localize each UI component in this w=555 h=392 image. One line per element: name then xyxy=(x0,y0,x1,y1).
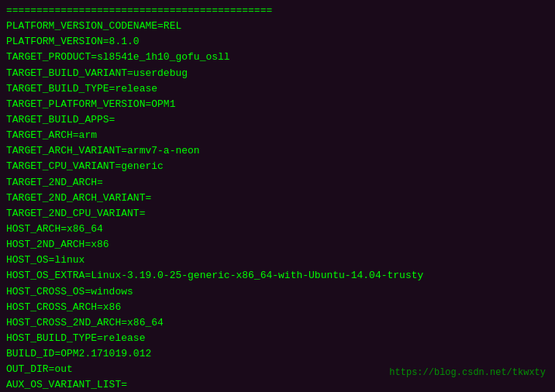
terminal-line: TARGET_CPU_VARIANT=generic xyxy=(6,159,549,174)
terminal-line: TARGET_2ND_ARCH_VARIANT= xyxy=(6,191,549,206)
terminal-line: HOST_OS=linux xyxy=(6,253,549,268)
terminal-line: HOST_ARCH=x86_64 xyxy=(6,222,549,237)
terminal-line: TARGET_PRODUCT=sl8541e_1h10_gofu_osll xyxy=(6,50,549,65)
terminal-line: PLATFORM_VERSION=8.1.0 xyxy=(6,34,549,50)
terminal-line: HOST_OS_EXTRA=Linux-3.19.0-25-generic-x8… xyxy=(6,268,549,284)
terminal-line: TARGET_ARCH=arm xyxy=(6,128,549,143)
terminal-line: AUX_OS_VARIANT_LIST= xyxy=(6,377,549,392)
watermark: https://blog.csdn.net/tkwxty xyxy=(389,367,546,378)
terminal-line: TARGET_2ND_CPU_VARIANT= xyxy=(6,206,549,222)
terminal-line: HOST_2ND_ARCH=x86 xyxy=(6,237,549,253)
terminal-line: HOST_CROSS_ARCH=x86 xyxy=(6,300,549,315)
terminal-line: BUILD_ID=OPM2.171019.012 xyxy=(6,346,549,362)
terminal-window: ========================================… xyxy=(0,0,555,392)
terminal-line: TARGET_ARCH_VARIANT=armv7-a-neon xyxy=(6,143,549,159)
terminal-line: HOST_CROSS_2ND_ARCH=x86_64 xyxy=(6,315,549,331)
terminal-line: TARGET_BUILD_TYPE=release xyxy=(6,81,549,97)
terminal-line: HOST_BUILD_TYPE=release xyxy=(6,331,549,346)
terminal-line: TARGET_PLATFORM_VERSION=OPM1 xyxy=(6,97,549,112)
terminal-line: TARGET_BUILD_APPS= xyxy=(6,112,549,128)
terminal-line: TARGET_2ND_ARCH= xyxy=(6,175,549,191)
terminal-line: ========================================… xyxy=(6,3,549,19)
terminal-line: HOST_CROSS_OS=windows xyxy=(6,284,549,300)
terminal-line: PLATFORM_VERSION_CODENAME=REL xyxy=(6,19,549,34)
terminal-line: TARGET_BUILD_VARIANT=userdebug xyxy=(6,66,549,81)
